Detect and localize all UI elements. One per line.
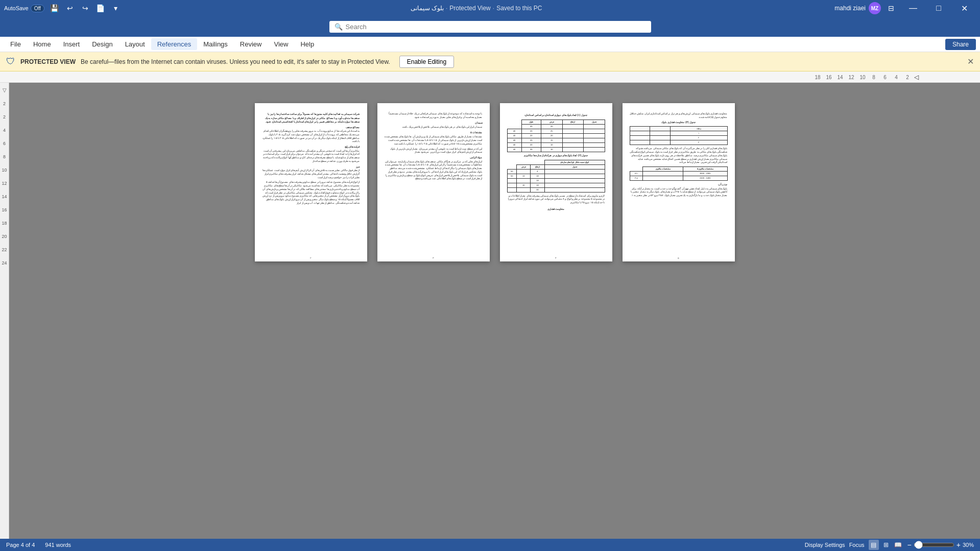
- zoom-controls: − + 30%: [907, 541, 974, 549]
- web-layout-button[interactable]: ⊞: [881, 540, 891, 550]
- ruler-num-2: 2: [902, 75, 913, 80]
- zoom-out-button[interactable]: −: [907, 541, 912, 549]
- page-1-content: شرکت سیمانی به فعالیت‌های کلیه مجوزها که…: [255, 103, 367, 212]
- table-3-1: جدولارتفاععرضطول 2040 252040 202040 1520…: [507, 119, 605, 152]
- autosave-section: AutoSave Off: [4, 5, 44, 12]
- redo-icon[interactable]: ↪: [79, 2, 91, 14]
- read-mode-button[interactable]: 📖: [893, 540, 903, 550]
- close-button[interactable]: ✕: [952, 0, 976, 16]
- search-input[interactable]: [346, 23, 646, 31]
- left-ruler-handle: ▽: [3, 84, 7, 97]
- menu-view[interactable]: View: [268, 38, 294, 50]
- page-4[interactable]: مقاومت فشاری بلوک‌های سیمانی ارزش‌های و …: [623, 103, 735, 261]
- search-bar: 🔍: [0, 16, 980, 37]
- zoom-in-button[interactable]: +: [957, 541, 961, 549]
- minimize-button[interactable]: —: [901, 0, 925, 16]
- window-controls: — □ ✕: [901, 0, 976, 16]
- autosave-label: AutoSave: [4, 5, 29, 11]
- menu-design[interactable]: Design: [86, 38, 118, 50]
- ruler-num-18: 18: [812, 75, 823, 80]
- menu-review[interactable]: Review: [234, 38, 268, 50]
- protected-message: Be careful—files from the Internet can c…: [81, 58, 390, 65]
- doc-name: بلوک سیمانی: [411, 5, 444, 12]
- canvas-area[interactable]: شرکت سیمانی به فعالیت‌های کلیه مجوزها که…: [9, 83, 980, 541]
- quick-access-icons: 💾 ↩ ↪ 📄 ▾: [49, 2, 122, 14]
- page-4-number: ۵: [678, 256, 679, 259]
- search-wrapper: 🔍: [329, 21, 651, 33]
- zoom-slider[interactable]: [914, 541, 954, 549]
- word-count: 941 words: [45, 542, 71, 548]
- ruler-num-12: 12: [846, 75, 857, 80]
- page-1-number: ۲: [310, 256, 312, 259]
- page-1[interactable]: شرکت سیمانی به فعالیت‌های کلیه مجوزها که…: [255, 103, 367, 261]
- search-icon: 🔍: [334, 23, 343, 31]
- share-button[interactable]: Share: [945, 39, 976, 50]
- left-ruler: ▽ 2 2 4 6 8 10 12 14 16 18 20 22 24: [0, 83, 9, 541]
- focus-label[interactable]: Focus: [849, 542, 865, 548]
- table-4-1: ردیف ۱ ۲ ۳: [630, 126, 728, 145]
- menu-file[interactable]: File: [4, 38, 27, 50]
- menu-insert[interactable]: Insert: [57, 38, 86, 50]
- ruler-num-14: 14: [834, 75, 846, 80]
- protected-title: PROTECTED VIEW: [20, 58, 76, 65]
- more-icon[interactable]: ▾: [110, 2, 122, 14]
- user-name: mahdi ziaei: [834, 5, 866, 12]
- banner-close-icon[interactable]: ✕: [967, 57, 974, 66]
- table-4-2: مشخصات مکانیزم ۵مشخصات مکانیزم 2300 - 30…: [630, 166, 728, 181]
- table-3-title-2: جدول (۲): ابعاد بلوک‌های دیواری در هرکدا…: [507, 154, 605, 158]
- save-icon[interactable]: 💾: [49, 2, 61, 14]
- restore-button[interactable]: □: [927, 0, 950, 16]
- status-right: Display Settings Focus ▤ ⊞ 📖 − + 30%: [805, 540, 974, 550]
- ruler-num-16: 16: [823, 75, 834, 80]
- page-4-content: مقاومت فشاری بلوک‌های سیمانی ارزش‌های و …: [623, 103, 735, 205]
- status-bar: Page 4 of 4 941 words Display Settings F…: [0, 539, 980, 551]
- menu-bar: File Home Insert Design Layout Reference…: [0, 37, 980, 52]
- new-doc-icon[interactable]: 📄: [94, 2, 107, 14]
- pages-row: شرکت سیمانی به فعالیت‌های کلیه مجوزها که…: [255, 103, 735, 261]
- table-4-title-1: جدول (۳): مقاومت فشاری بلوک: [630, 121, 728, 125]
- ruler-end-handle[interactable]: ◁: [914, 74, 919, 81]
- view-mode: Protected View: [449, 5, 491, 12]
- ribbon-toggle-icon[interactable]: ⊟: [885, 2, 897, 14]
- user-avatar[interactable]: MZ: [869, 2, 881, 14]
- menu-references[interactable]: References: [151, 38, 197, 50]
- page-2[interactable]: با توجه به استفاده که موجوعه از بلوک‌های…: [377, 103, 490, 261]
- zoom-level: 30%: [963, 542, 974, 548]
- autosave-toggle[interactable]: Off: [31, 5, 44, 12]
- page-3[interactable]: جدول (۱): ابعاد بلوک‌های دیواری استاندار…: [500, 103, 612, 261]
- ruler-num-8: 8: [868, 75, 879, 80]
- title-bar: AutoSave Off 💾 ↩ ↪ 📄 ▾ بلوک سیمانی · Pro…: [0, 0, 980, 16]
- display-settings-label[interactable]: Display Settings: [805, 542, 845, 548]
- undo-icon[interactable]: ↩: [64, 2, 76, 14]
- title-center: بلوک سیمانی · Protected View · Saved to …: [126, 5, 826, 12]
- page-indicator: Page 4 of 4: [6, 542, 35, 548]
- menu-mailings[interactable]: Mailings: [197, 38, 234, 50]
- ruler-num-6: 6: [879, 75, 891, 80]
- ruler-numbers: 18 16 14 12 10 8 6 4 2 ◁: [812, 74, 919, 81]
- page-3-number: ۴: [555, 256, 557, 259]
- view-buttons: ▤ ⊞ 📖: [869, 540, 903, 550]
- table-3-2: انواع نسبت شکل بلوک‌های سازه‌ای جدولارتف…: [507, 160, 605, 193]
- menu-home[interactable]: Home: [27, 38, 57, 50]
- saved-state: Saved to this PC: [496, 5, 542, 12]
- menu-help[interactable]: Help: [294, 38, 320, 50]
- protected-banner: 🛡 PROTECTED VIEW Be careful—files from t…: [0, 52, 980, 71]
- ruler-num-4: 4: [891, 75, 902, 80]
- ruler: 18 16 14 12 10 8 6 4 2 ◁: [0, 71, 980, 83]
- page-3-content: جدول (۱): ابعاد بلوک‌های دیواری استاندار…: [500, 103, 612, 218]
- table-3-title-1: جدول (۱): ابعاد بلوک‌های دیواری استاندار…: [507, 114, 605, 117]
- page-2-content: با توجه به استفاده که موجوعه از بلوک‌های…: [377, 103, 490, 189]
- user-section: mahdi ziaei MZ: [834, 2, 881, 14]
- print-layout-button[interactable]: ▤: [869, 540, 879, 550]
- menu-layout[interactable]: Layout: [119, 38, 151, 50]
- status-left: Page 4 of 4 941 words: [6, 542, 71, 548]
- enable-editing-button[interactable]: Enable Editing: [399, 56, 454, 68]
- main-content: ▽ 2 2 4 6 8 10 12 14 16 18 20 22 24 شرکت…: [0, 83, 980, 541]
- protected-icon: 🛡: [6, 56, 15, 67]
- ruler-num-10: 10: [857, 75, 868, 80]
- page-2-number: ۳: [433, 256, 434, 259]
